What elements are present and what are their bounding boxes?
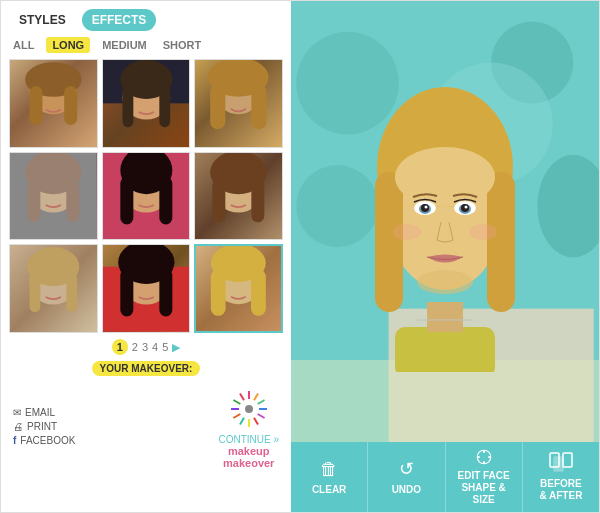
svg-rect-105 <box>563 453 572 467</box>
makeover-label: YOUR MAKEOVER: <box>92 361 201 376</box>
svg-rect-36 <box>252 179 265 222</box>
photo-area <box>291 1 599 442</box>
filter-short[interactable]: SHORT <box>159 37 206 53</box>
filter-long[interactable]: LONG <box>46 37 90 53</box>
page-1[interactable]: 1 <box>112 339 128 355</box>
hair-style-6[interactable] <box>194 152 283 241</box>
edit-face-label: EDIT FACESHAPE & SIZE <box>450 470 518 506</box>
svg-rect-35 <box>213 179 226 222</box>
print-label: PRINT <box>27 421 57 432</box>
svg-rect-15 <box>210 84 225 129</box>
social-links: ✉ EMAIL 🖨 PRINT f FACEBOOK <box>13 407 75 446</box>
facebook-link[interactable]: f FACEBOOK <box>13 435 75 446</box>
svg-rect-55 <box>251 270 266 317</box>
app-container: STYLES EFFECTS ALL LONG MEDIUM SHORT <box>0 0 600 513</box>
svg-point-95 <box>465 205 468 208</box>
page-2[interactable]: 2 <box>132 341 138 353</box>
left-panel: STYLES EFFECTS ALL LONG MEDIUM SHORT <box>1 1 291 512</box>
social-row: ✉ EMAIL 🖨 PRINT f FACEBOOK <box>9 384 283 469</box>
before-after-label: BEFORE& AFTER <box>539 478 582 502</box>
svg-rect-86 <box>487 172 515 312</box>
svg-rect-54 <box>211 270 226 317</box>
svg-rect-79 <box>395 327 495 372</box>
page-4[interactable]: 4 <box>152 341 158 353</box>
svg-rect-42 <box>66 274 77 313</box>
svg-point-101 <box>483 461 485 463</box>
svg-rect-2 <box>29 86 42 125</box>
svg-line-68 <box>233 400 240 404</box>
before-after-icon <box>549 452 573 474</box>
svg-point-98 <box>417 270 473 294</box>
svg-line-62 <box>257 414 264 418</box>
svg-rect-41 <box>29 274 40 313</box>
svg-rect-29 <box>120 177 133 225</box>
clear-label: CLEAR <box>312 484 346 496</box>
before-after-button[interactable]: BEFORE& AFTER <box>523 442 599 512</box>
right-panel: 🗑 CLEAR ↺ UNDO EDIT FACESHAPE & SIZE <box>291 1 599 512</box>
page-5[interactable]: 5 <box>162 341 168 353</box>
tab-effects[interactable]: EFFECTS <box>82 9 157 31</box>
svg-point-70 <box>245 405 253 413</box>
hair-style-3[interactable] <box>194 59 283 148</box>
svg-line-60 <box>257 400 264 404</box>
edit-face-button[interactable]: EDIT FACESHAPE & SIZE <box>446 442 523 512</box>
tab-styles[interactable]: STYLES <box>9 9 76 31</box>
svg-rect-22 <box>27 179 40 222</box>
hair-style-4[interactable] <box>9 152 98 241</box>
undo-button[interactable]: ↺ UNDO <box>368 442 445 512</box>
print-link[interactable]: 🖨 PRINT <box>13 421 75 432</box>
hair-style-2[interactable] <box>102 59 191 148</box>
filter-medium[interactable]: MEDIUM <box>98 37 151 53</box>
makeup-makeover-link[interactable]: CONTINUE » makeupmakeover <box>218 384 279 469</box>
page-3[interactable]: 3 <box>142 341 148 353</box>
svg-rect-10 <box>159 86 170 127</box>
email-icon: ✉ <box>13 407 21 418</box>
undo-icon: ↺ <box>399 458 414 480</box>
pagination: 1 2 3 4 5 ▶ <box>9 339 283 355</box>
svg-rect-30 <box>159 177 172 225</box>
hair-style-8[interactable] <box>102 244 191 333</box>
facebook-icon: f <box>13 435 16 446</box>
svg-line-63 <box>254 418 258 425</box>
svg-rect-106 <box>554 457 563 471</box>
bottom-toolbar: 🗑 CLEAR ↺ UNDO EDIT FACESHAPE & SIZE <box>291 442 599 512</box>
svg-line-59 <box>254 393 258 400</box>
svg-rect-23 <box>66 179 79 222</box>
tab-row: STYLES EFFECTS <box>9 9 283 31</box>
model-face <box>345 72 545 372</box>
svg-line-66 <box>233 414 240 418</box>
facebook-label: FACEBOOK <box>20 435 75 446</box>
print-icon: 🖨 <box>13 421 23 432</box>
face-shape-icon <box>472 448 496 466</box>
svg-rect-78 <box>291 360 599 442</box>
svg-point-102 <box>477 456 479 458</box>
next-page-arrow[interactable]: ▶ <box>172 341 180 354</box>
svg-rect-48 <box>120 269 133 317</box>
hair-style-9[interactable] <box>194 244 283 333</box>
makeup-makeover-label: makeupmakeover <box>218 445 279 469</box>
email-label: EMAIL <box>25 407 55 418</box>
svg-point-103 <box>488 456 490 458</box>
svg-rect-16 <box>252 84 267 129</box>
svg-point-100 <box>483 451 485 453</box>
brush-wheel-icon <box>224 384 274 434</box>
email-link[interactable]: ✉ EMAIL <box>13 407 75 418</box>
trash-icon: 🗑 <box>320 459 338 480</box>
svg-rect-80 <box>427 302 463 332</box>
hair-style-7[interactable] <box>9 244 98 333</box>
svg-line-65 <box>240 418 244 425</box>
hair-style-grid <box>9 59 283 333</box>
svg-point-96 <box>393 224 421 240</box>
undo-label: UNDO <box>392 484 421 496</box>
svg-rect-9 <box>122 86 133 127</box>
svg-rect-49 <box>159 269 172 317</box>
svg-point-97 <box>469 224 497 240</box>
clear-button[interactable]: 🗑 CLEAR <box>291 442 368 512</box>
svg-point-87 <box>395 147 495 207</box>
continue-label: CONTINUE » <box>218 434 279 445</box>
svg-point-94 <box>425 205 428 208</box>
svg-rect-85 <box>375 172 403 312</box>
hair-style-1[interactable] <box>9 59 98 148</box>
filter-all[interactable]: ALL <box>9 37 38 53</box>
hair-style-5[interactable] <box>102 152 191 241</box>
